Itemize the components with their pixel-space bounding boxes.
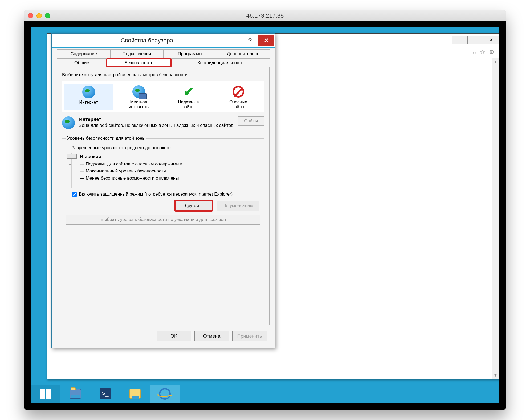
zone-restricted-sites[interactable]: Опасные сайты [214, 84, 263, 110]
windows-desktop: — ◻ ✕ ной... ✕ ⌂ ☆ ⚙ [31, 27, 499, 403]
mac-titlebar[interactable]: 46.173.217.38 [24, 10, 506, 21]
intranet-icon [132, 85, 145, 98]
tab-security[interactable]: Безопасность [106, 58, 172, 67]
checkmark-icon: ✔ [183, 84, 194, 99]
zone-instruction: Выберите зону для настройки ее параметро… [62, 72, 264, 78]
windows-logo-icon [40, 389, 51, 399]
tabs-row-2: Общие Безопасность Конфиденциальность [57, 58, 270, 67]
dialog-titlebar[interactable]: Свойства браузера ? ✕ [52, 34, 275, 47]
security-slider[interactable] [69, 153, 75, 188]
tab-privacy[interactable]: Конфиденциальность [171, 58, 270, 67]
custom-level-button[interactable]: Другой... [175, 201, 212, 211]
dialog-footer: OK Отмена Применить [57, 325, 270, 344]
slider-thumb-icon[interactable] [67, 154, 77, 159]
security-tab-content: Выберите зону для настройки ее параметро… [57, 67, 270, 325]
folder-icon [129, 389, 141, 399]
zone-local-intranet[interactable]: Местная интрасеть [114, 84, 163, 110]
allowed-levels: Разрешенные уровни: от среднего до высок… [71, 145, 260, 151]
tab-advanced[interactable]: Дополнительно [217, 49, 270, 58]
level-name: Высокий [80, 154, 101, 159]
start-button[interactable] [31, 385, 60, 403]
minimize-button[interactable]: — [452, 36, 468, 44]
remote-desktop: — ◻ ✕ ной... ✕ ⌂ ☆ ⚙ [24, 21, 506, 410]
tools-icon[interactable]: ⚙ [489, 49, 494, 56]
powershell-icon: >_ [100, 388, 111, 399]
zone-description: Зона для веб-сайтов, не включенных в зон… [79, 123, 235, 128]
apply-button[interactable]: Применить [232, 331, 267, 341]
ok-button[interactable]: OK [157, 331, 191, 341]
scroll-up-icon[interactable]: ▲ [492, 58, 499, 66]
zone-internet[interactable]: Интернет [64, 84, 113, 110]
taskbar-internet-explorer[interactable] [150, 385, 180, 403]
favorites-icon[interactable]: ☆ [480, 49, 485, 56]
tab-programs[interactable]: Программы [163, 49, 217, 58]
sites-button[interactable]: Сайты [238, 116, 264, 126]
security-level-fieldset: Уровень безопасности для этой зоны Разре… [62, 136, 264, 229]
taskbar: >_ [31, 385, 499, 403]
zone-name: Интернет [79, 117, 101, 122]
home-icon[interactable]: ⌂ [473, 49, 476, 56]
scroll-down-icon[interactable]: ▼ [492, 371, 499, 379]
maximize-button[interactable]: ◻ [467, 36, 483, 44]
globe-icon [82, 86, 95, 98]
tab-connections[interactable]: Подключения [110, 49, 164, 58]
dialog-title: Свойства браузера [52, 37, 242, 44]
tab-general[interactable]: Общие [57, 58, 107, 67]
tab-content[interactable]: Содержание [57, 49, 111, 58]
server-manager-icon [70, 389, 81, 399]
cancel-button[interactable]: Отмена [194, 331, 229, 341]
taskbar-file-explorer[interactable] [120, 385, 150, 403]
protected-mode-checkbox[interactable]: Включить защищенный режим (потребуется п… [72, 192, 260, 197]
ie-icon [158, 387, 172, 401]
globe-icon [62, 116, 75, 129]
reset-all-zones-button[interactable]: Выбрать уровень безопасности по умолчани… [66, 215, 260, 225]
dialog-close-button[interactable]: ✕ [258, 35, 274, 46]
blocked-icon [233, 86, 244, 98]
taskbar-server-manager[interactable] [60, 385, 90, 403]
fieldset-legend: Уровень безопасности для этой зоны [66, 136, 146, 141]
protected-mode-input[interactable] [72, 192, 77, 197]
internet-options-dialog: Свойства браузера ? ✕ Содержание Подключ… [51, 33, 275, 348]
zone-trusted-sites[interactable]: ✔ Надежные сайты [164, 84, 213, 110]
tabs-row-1: Содержание Подключения Программы Дополни… [57, 49, 270, 58]
mac-window-title: 46.173.217.38 [24, 12, 506, 19]
zones-list: Интернет Местная интрасеть ✔ Надежные са… [62, 81, 264, 112]
dialog-help-button[interactable]: ? [242, 35, 258, 46]
default-level-button[interactable]: По умолчанию [217, 201, 259, 211]
close-button[interactable]: ✕ [483, 36, 499, 44]
taskbar-powershell[interactable]: >_ [90, 385, 120, 403]
scrollbar[interactable]: ▲ ▼ [492, 58, 499, 379]
mac-window: 46.173.217.38 — ◻ ✕ ной... ✕ [24, 10, 506, 410]
